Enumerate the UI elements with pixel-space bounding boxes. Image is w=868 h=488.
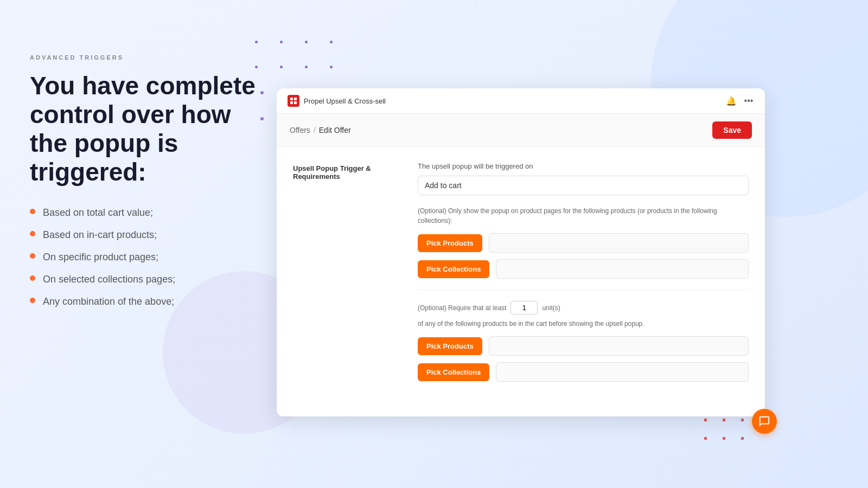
pick-collections-input-2[interactable] bbox=[496, 362, 749, 382]
bullet-text: Based on in-cart products; bbox=[43, 228, 157, 242]
pick-collections-row-2: Pick Collections bbox=[418, 362, 749, 382]
pick-products-button-1[interactable]: Pick Products bbox=[418, 234, 482, 252]
left-dots-decoration bbox=[260, 91, 264, 120]
main-heading: You have complete control over how the p… bbox=[30, 72, 258, 187]
trigger-section-row: Upsell Popup Trigger & Requirements The … bbox=[293, 162, 749, 388]
dots-grid-top bbox=[255, 41, 340, 75]
bullet-item: Based on total cart value; bbox=[30, 206, 258, 220]
pick-collections-button-2[interactable]: Pick Collections bbox=[418, 363, 489, 381]
breadcrumb-current: Edit Offer bbox=[319, 126, 351, 134]
app-logo-name: Propel Upsell & Cross-sell bbox=[304, 97, 386, 105]
require-unit: unit(s) bbox=[542, 304, 560, 312]
bullet-text: Any combination of the above; bbox=[43, 295, 174, 309]
advanced-triggers-label: ADVANCED TRIGGERS bbox=[30, 54, 258, 61]
svg-rect-2 bbox=[290, 101, 293, 104]
app-topbar: Propel Upsell & Cross-sell 🔔 ••• bbox=[277, 88, 765, 114]
require-label-prefix: (Optional) Require that at least bbox=[418, 304, 506, 312]
pick-products-row-2: Pick Products bbox=[418, 336, 749, 356]
bullet-item: Based on in-cart products; bbox=[30, 228, 258, 242]
pick-collections-row-1: Pick Collections bbox=[418, 259, 749, 279]
svg-rect-3 bbox=[294, 101, 297, 104]
bullet-item: On selected collections pages; bbox=[30, 273, 258, 286]
pick-products-row-1: Pick Products bbox=[418, 233, 749, 253]
optional-note-1: (Optional) Only show the popup on produc… bbox=[418, 206, 749, 226]
breadcrumb-bar: Offers / Edit Offer Save bbox=[277, 114, 765, 147]
section-label: Upsell Popup Trigger & Requirements bbox=[293, 162, 401, 388]
left-panel: ADVANCED TRIGGERS You have complete cont… bbox=[30, 54, 258, 309]
pick-collections-input-1[interactable] bbox=[496, 259, 749, 279]
bullet-item: On specific product pages; bbox=[30, 251, 258, 264]
app-logo-icon bbox=[288, 95, 299, 107]
save-button[interactable]: Save bbox=[712, 121, 752, 139]
pick-products-button-2[interactable]: Pick Products bbox=[418, 337, 482, 355]
bullet-text: On selected collections pages; bbox=[43, 273, 175, 286]
app-window: Propel Upsell & Cross-sell 🔔 ••• Offers … bbox=[277, 88, 765, 416]
logo-svg bbox=[290, 97, 297, 105]
svg-rect-0 bbox=[290, 98, 293, 100]
breadcrumb-parent[interactable]: Offers bbox=[290, 126, 310, 134]
bullet-text: On specific product pages; bbox=[43, 251, 158, 264]
bullet-dot bbox=[30, 209, 35, 214]
section-body: The upsell popup will be triggered on Ad… bbox=[418, 162, 749, 388]
app-content: Upsell Popup Trigger & Requirements The … bbox=[277, 147, 765, 416]
bullet-dot bbox=[30, 231, 35, 236]
bullet-dot bbox=[30, 253, 35, 259]
trigger-label: The upsell popup will be triggered on bbox=[418, 162, 749, 170]
require-row: (Optional) Require that at least unit(s) bbox=[418, 301, 749, 314]
optional-note-2: of any of the following products be in t… bbox=[418, 319, 749, 329]
pick-collections-button-1[interactable]: Pick Collections bbox=[418, 260, 489, 278]
bullet-text: Based on total cart value; bbox=[43, 206, 153, 220]
breadcrumb-separator: / bbox=[314, 126, 316, 134]
bullet-dot bbox=[30, 298, 35, 303]
bullet-dot bbox=[30, 275, 35, 281]
divider bbox=[418, 290, 749, 290]
notification-icon[interactable]: 🔔 bbox=[726, 95, 737, 106]
more-options-icon[interactable]: ••• bbox=[743, 95, 754, 106]
chat-icon bbox=[758, 415, 770, 427]
bullet-item: Any combination of the above; bbox=[30, 295, 258, 309]
trigger-select[interactable]: Add to cartPage loadExit intent bbox=[418, 176, 749, 195]
breadcrumb: Offers / Edit Offer bbox=[290, 126, 351, 134]
pick-products-input-1[interactable] bbox=[489, 233, 749, 253]
app-topbar-icons: 🔔 ••• bbox=[726, 95, 754, 106]
require-quantity-input[interactable] bbox=[510, 301, 538, 314]
app-logo-area: Propel Upsell & Cross-sell bbox=[288, 95, 386, 107]
chat-button[interactable] bbox=[752, 409, 777, 434]
pick-products-input-2[interactable] bbox=[489, 336, 749, 356]
bullet-list: Based on total cart value;Based on in-ca… bbox=[30, 206, 258, 309]
svg-rect-1 bbox=[294, 98, 297, 100]
